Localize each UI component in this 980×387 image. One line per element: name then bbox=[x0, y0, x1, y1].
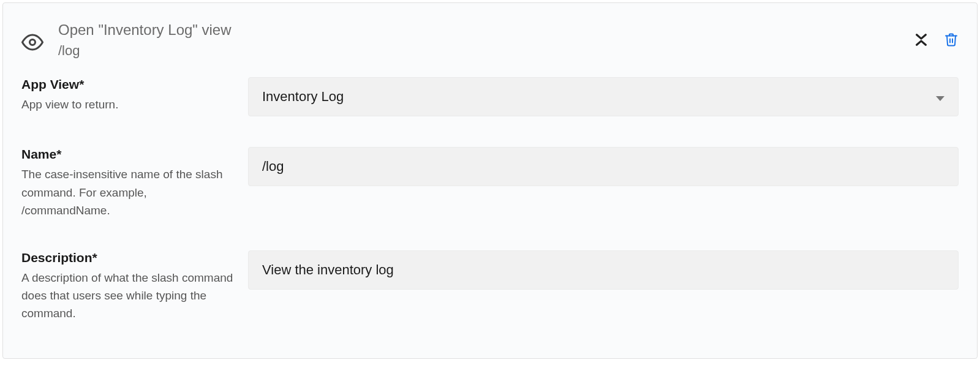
chevron-down-icon bbox=[914, 33, 928, 40]
app-view-help: App view to return. bbox=[21, 96, 236, 113]
chevron-up-icon bbox=[914, 40, 928, 47]
collapse-button[interactable] bbox=[914, 33, 928, 47]
name-label-col: Name* The case-insensitive name of the s… bbox=[21, 147, 248, 219]
name-row: Name* The case-insensitive name of the s… bbox=[21, 147, 959, 219]
header-actions bbox=[914, 20, 959, 48]
name-input-col bbox=[248, 147, 959, 186]
app-view-select[interactable]: Inventory Log bbox=[248, 77, 959, 116]
app-view-value: Inventory Log bbox=[262, 89, 344, 105]
slash-command-card: Open "Inventory Log" view /log bbox=[2, 2, 978, 359]
eye-icon bbox=[21, 20, 46, 56]
description-label: Description* bbox=[21, 250, 236, 265]
delete-button[interactable] bbox=[944, 31, 959, 48]
description-input[interactable] bbox=[248, 250, 959, 290]
app-view-input-col: Inventory Log bbox=[248, 77, 959, 116]
app-view-row: App View* App view to return. Inventory … bbox=[21, 77, 959, 116]
description-label-col: Description* A description of what the s… bbox=[21, 250, 248, 323]
trash-icon bbox=[944, 31, 959, 48]
card-title: Open "Inventory Log" view bbox=[58, 20, 914, 39]
card-header: Open "Inventory Log" view /log bbox=[21, 20, 959, 59]
caret-down-icon bbox=[936, 89, 944, 105]
name-input[interactable] bbox=[248, 147, 959, 186]
svg-point-0 bbox=[30, 40, 36, 45]
name-help: The case-insensitive name of the slash c… bbox=[21, 165, 236, 219]
header-text: Open "Inventory Log" view /log bbox=[46, 20, 914, 59]
card-subtitle: /log bbox=[58, 43, 914, 59]
description-input-col bbox=[248, 250, 959, 290]
name-label: Name* bbox=[21, 147, 236, 162]
description-row: Description* A description of what the s… bbox=[21, 250, 959, 323]
description-help: A description of what the slash command … bbox=[21, 269, 236, 323]
app-view-label-col: App View* App view to return. bbox=[21, 77, 248, 113]
app-view-label: App View* bbox=[21, 77, 236, 92]
